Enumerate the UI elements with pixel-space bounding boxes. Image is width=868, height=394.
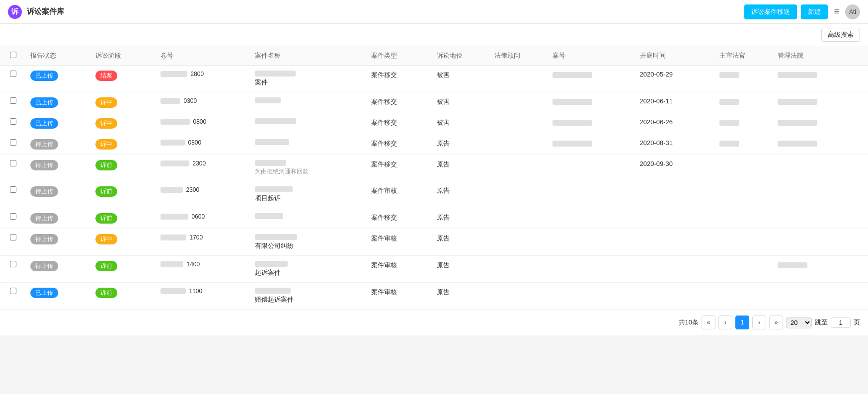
case-name-cell: 项目起诉 — [251, 181, 367, 208]
row-checkbox[interactable] — [10, 97, 16, 104]
row-checkbox[interactable] — [10, 213, 16, 220]
stage-badge: 诉前 — [95, 186, 117, 197]
case-name-sub: 为由拒绝沟通和回款 — [255, 167, 363, 176]
stage-badge: 诉前 — [95, 213, 117, 224]
page-size-select[interactable]: 20 50 100 — [786, 317, 812, 328]
page-last-button[interactable]: » — [769, 315, 783, 329]
volume-cell: 1700 — [157, 229, 251, 256]
header-right: 诉讼案件移送 新建 ≡ Ati — [744, 4, 860, 19]
volume-cell: 0800 — [157, 134, 251, 155]
position-cell: 原告 — [433, 181, 491, 208]
counsel-cell — [490, 283, 549, 310]
row-checkbox[interactable] — [10, 71, 16, 77]
new-button[interactable]: 新建 — [801, 4, 828, 19]
case-type-cell: 案件移交 — [367, 155, 432, 181]
case-name-cell: 起诉案件 — [251, 256, 367, 283]
case-name-main: 有限公司纠纷 — [255, 241, 363, 250]
volume-cell: 0800 — [157, 113, 251, 134]
jump-label: 跳至 — [815, 318, 828, 327]
position-cell: 原告 — [433, 134, 491, 155]
case-type-cell: 案件移交 — [367, 113, 432, 134]
status-badge: 已上传 — [30, 71, 58, 81]
stage-badge: 诉中 — [95, 118, 117, 129]
volume-cell: 0600 — [157, 208, 251, 229]
case-name-main: 赔偿起诉案件 — [255, 295, 363, 304]
position-cell: 原告 — [433, 283, 491, 310]
counsel-cell — [490, 113, 549, 134]
advanced-search-button[interactable]: 高级搜索 — [821, 28, 860, 42]
case-type-cell: 案件移交 — [367, 66, 432, 92]
position-cell: 原告 — [433, 155, 491, 181]
avatar: Ati — [845, 4, 860, 19]
col-header-status: 报告状态 — [26, 46, 91, 66]
col-header-volume: 卷号 — [157, 46, 251, 66]
col-header-stage: 诉讼阶段 — [91, 46, 157, 66]
row-checkbox[interactable] — [10, 139, 16, 146]
volume-cell: 2300 — [157, 181, 251, 208]
position-cell: 被害 — [433, 66, 491, 92]
col-header-name: 案件名称 — [251, 46, 367, 66]
casenum-cell — [549, 229, 635, 256]
table-row: 待上传诉中 1700 有限公司纠纷案件审核原告 — [0, 229, 868, 256]
table-row: 待上传诉前 0600 案件移交原告 — [0, 208, 868, 229]
court-cell — [774, 134, 868, 155]
row-checkbox[interactable] — [10, 234, 16, 240]
judge-cell — [715, 92, 774, 113]
casenum-cell — [549, 66, 635, 92]
case-type-cell: 案件审核 — [367, 256, 432, 283]
row-checkbox[interactable] — [10, 288, 16, 294]
counsel-cell — [490, 208, 549, 229]
volume-cell: 2300 — [157, 155, 251, 181]
row-checkbox[interactable] — [10, 118, 16, 125]
judge-cell — [715, 155, 774, 181]
casenum-cell — [549, 256, 635, 283]
stage-badge: 结案 — [95, 71, 117, 81]
court-cell — [774, 92, 868, 113]
court-cell — [774, 113, 868, 134]
stage-badge: 诉前 — [95, 160, 117, 170]
case-name-cell — [251, 113, 367, 134]
stage-badge: 诉前 — [95, 261, 117, 271]
page-current-button[interactable]: 1 — [735, 315, 749, 329]
opentime-cell: 2020-09-30 — [636, 155, 716, 181]
court-cell — [774, 283, 868, 310]
transfer-button[interactable]: 诉讼案件移送 — [744, 4, 797, 19]
position-cell: 原告 — [433, 256, 491, 283]
page-jump-input[interactable]: 1 — [831, 317, 851, 328]
case-type-cell: 案件审核 — [367, 283, 432, 310]
volume-cell: 2800 — [157, 66, 251, 92]
case-name-cell: 有限公司纠纷 — [251, 229, 367, 256]
table-row: 待上传诉前 2300 项目起诉案件审核原告 — [0, 181, 868, 208]
case-name-cell — [251, 208, 367, 229]
opentime-cell — [636, 256, 716, 283]
judge-cell — [715, 66, 774, 92]
case-name-main: 起诉案件 — [255, 268, 363, 277]
page-prev-button[interactable]: ‹ — [718, 315, 732, 329]
page-first-button[interactable]: « — [702, 315, 715, 329]
case-name-cell: 赔偿起诉案件 — [251, 283, 367, 310]
case-name-main: 项目起诉 — [255, 194, 363, 203]
row-checkbox[interactable] — [10, 160, 16, 166]
judge-cell — [715, 283, 774, 310]
counsel-cell — [490, 181, 549, 208]
row-checkbox[interactable] — [10, 261, 16, 267]
judge-cell — [715, 208, 774, 229]
row-checkbox[interactable] — [10, 186, 16, 193]
page-next-button[interactable]: › — [752, 315, 766, 329]
counsel-cell — [490, 134, 549, 155]
case-name-cell: 为由拒绝沟通和回款 — [251, 155, 367, 181]
header: 诉 诉讼案件库 诉讼案件移送 新建 ≡ Ati — [0, 0, 868, 24]
case-type-cell: 案件移交 — [367, 134, 432, 155]
col-header-type: 案件类型 — [367, 46, 432, 66]
volume-cell: 1400 — [157, 256, 251, 283]
judge-cell — [715, 229, 774, 256]
case-type-cell: 案件移交 — [367, 208, 432, 229]
judge-cell — [715, 181, 774, 208]
casenum-cell — [549, 155, 635, 181]
col-header-opentime: 开庭时间 — [636, 46, 716, 66]
volume-cell: 1100 — [157, 283, 251, 310]
casenum-cell — [549, 181, 635, 208]
select-all-checkbox[interactable] — [10, 52, 16, 58]
menu-icon[interactable]: ≡ — [832, 4, 841, 19]
opentime-cell — [636, 181, 716, 208]
